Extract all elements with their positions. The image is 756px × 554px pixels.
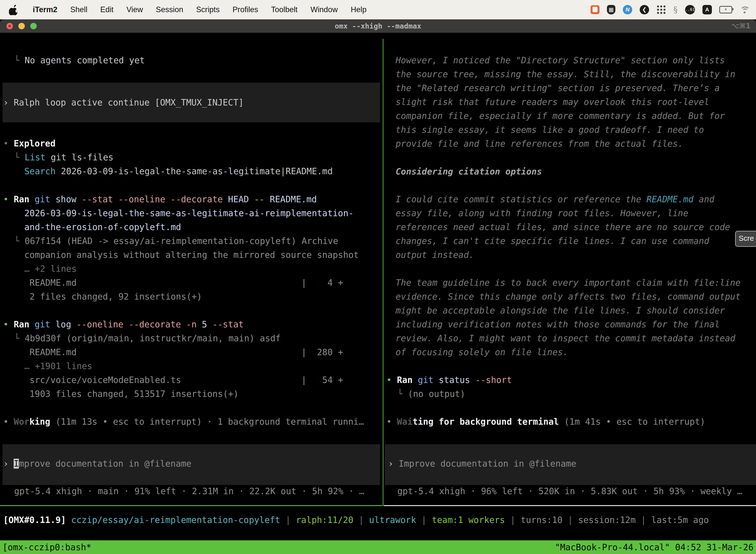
screen-edge-overlay[interactable]: Scre (735, 231, 756, 247)
menu-item-shell[interactable]: Shell (64, 5, 94, 14)
stats-icon[interactable]: § (674, 5, 678, 15)
menu-item-profiles[interactable]: Profiles (226, 5, 264, 14)
terminal-line: gpt-5.4 xhigh · 96% left · 520K in · 5.8… (397, 484, 742, 498)
iterm-window: omx --xhigh --madmax ⌥⌘1 └ No agents com… (0, 19, 756, 554)
tmux-status-bar: [omx-cczip0:bash* "MacBook-Pro-44.local"… (0, 540, 756, 554)
terminal-line: essay file, along with finding root file… (396, 206, 688, 220)
terminal-line: README.md | 280 + (24, 345, 343, 359)
pane-divider[interactable] (383, 39, 383, 505)
terminal-line: evidence. Since this change only affects… (396, 290, 741, 303)
terminal-line: output instead. (396, 248, 474, 262)
terminal-line: of focusing solely on file lines. (396, 345, 568, 359)
terminal-line: the source tree, missing the essay. Stil… (396, 67, 736, 81)
menu-item-edit[interactable]: Edit (94, 5, 120, 14)
window-title-bar[interactable]: omx --xhigh --madmax ⌥⌘1 (0, 19, 756, 33)
moon-circle-icon[interactable]: ❮ (640, 5, 649, 14)
terminal-line: review. Also, I might want to inspect th… (396, 331, 736, 345)
terminal-line: └ 067f154 (HEAD -> essay/ai-reimplementa… (14, 234, 338, 248)
terminal-line: Search 2026-03-09-is-legal-the-same-as-l… (24, 164, 333, 178)
left-pane-bottom-border (0, 505, 383, 506)
right-pane-bottom-border (383, 505, 756, 506)
terminal-line: src/voice/voiceModeEnabled.ts | 54 + (24, 373, 343, 387)
messages-badge-icon[interactable]: N (623, 5, 632, 14)
menu-item-iterm2[interactable]: iTerm2 (26, 5, 64, 14)
terminal-line: provide file and line references from th… (396, 137, 683, 151)
dots-grid-icon[interactable] (656, 5, 666, 14)
menu-item-help[interactable]: Help (344, 5, 373, 14)
terminal-line: • Ran git log --oneline --decorate -n 5 … (3, 318, 244, 331)
terminal-line: the "Related research writing" section i… (396, 81, 719, 95)
tmux-session-name: [omx-cczip0:bash* (2, 540, 91, 554)
terminal-line: • Waiting for background terminal (1m 41… (386, 415, 705, 429)
window-shortcut-badge: ⌥⌘1 (731, 19, 751, 33)
terminal-line: companion analysis without altering the … (24, 248, 359, 262)
wifi-icon[interactable] (740, 6, 750, 13)
text-cursor: I (14, 459, 19, 468)
terminal-content: └ No agents completed yet› Ralph loop ac… (0, 33, 756, 554)
terminal-line: • Explored (3, 136, 56, 151)
terminal-line: 2026-03-09-is-legal-the-same-as-legitima… (24, 206, 354, 220)
terminal-line: gpt-5.4 xhigh · main · 91% left · 2.31M … (14, 484, 364, 498)
window-title: omx --xhigh --madmax (0, 19, 756, 33)
menu-item-window[interactable]: Window (304, 5, 344, 14)
shield-grid-icon[interactable]: ▦ (607, 5, 615, 14)
terminal-line: … +2 lines (24, 262, 77, 276)
terminal-line: └ No agents completed yet (14, 53, 145, 67)
terminal-line: and-the-erosion-of-copyleft.md (24, 220, 181, 234)
screenshot-icon[interactable] (590, 5, 600, 14)
omx-status-line: [OMX#0.11.9] cczip/essay/ai-reimplementa… (3, 513, 709, 527)
omx-status-bar: [OMX#0.11.9] cczip/essay/ai-reimplementa… (0, 506, 756, 534)
terminal-line: README.md | 4 + (24, 276, 343, 290)
terminal-line: slight risk that future readers may over… (396, 95, 709, 109)
apple-icon[interactable] (9, 4, 19, 15)
terminal-line: I could cite commit statistics or refere… (396, 192, 714, 206)
terminal-line: companion file, especially if more comme… (396, 109, 725, 123)
input-source-icon[interactable]: A (702, 5, 712, 14)
menu-item-scripts[interactable]: Scripts (190, 5, 226, 14)
terminal-line: 1903 files changed, 513517 insertions(+) (24, 387, 239, 401)
terminal-line: • Working (11m 13s • esc to interrupt) ·… (3, 415, 364, 429)
menu-item-view[interactable]: View (120, 5, 149, 14)
terminal-line: references need actual files, and since … (396, 220, 730, 234)
terminal-line: changes, I can't cite specific file line… (396, 234, 709, 248)
terminal-line: • Ran git show --stat --oneline --decora… (3, 192, 317, 206)
terminal-line: › Improve documentation in @filename (3, 457, 191, 470)
terminal-line: • Ran git status --short (386, 373, 512, 387)
terminal-line: might be acceptable alongside the file l… (396, 303, 725, 318)
menu-item-session[interactable]: Session (149, 5, 189, 14)
tmux-host-clock: "MacBook-Pro-44.local" 04:52 31-Mar-26 (555, 540, 754, 554)
terminal-line: › Ralph loop active continue [OMX_TMUX_I… (3, 96, 244, 109)
terminal-line: └ 4b9d30f (origin/main, instructkr/main,… (14, 331, 281, 345)
battery-icon[interactable]: ⚡ (719, 6, 732, 13)
menu-bar: iTerm2ShellEditViewSessionScriptsProfile… (0, 0, 756, 19)
terminal-line: Considering citation options (396, 165, 542, 178)
menu-item-toolbelt[interactable]: Toolbelt (265, 5, 304, 14)
terminal-line: including verification notes with those … (396, 318, 719, 331)
terminal-line: └ (no output) (397, 387, 465, 401)
terminal-line: The team guideline is to back every impo… (396, 276, 741, 290)
desktop: iTerm2ShellEditViewSessionScriptsProfile… (0, 0, 756, 554)
menu-status-icons: ▦N❮§..61A⚡ (590, 5, 756, 15)
terminal-line: However, I noticed the "Directory Struct… (396, 53, 725, 67)
timer-61-icon[interactable]: ..61 (685, 5, 695, 14)
terminal-line: 2 files changed, 92 insertions(+) (24, 290, 202, 303)
terminal-line: › Improve documentation in @filename (388, 457, 576, 470)
terminal-line: … +1901 lines (24, 359, 92, 373)
menu-items: iTerm2ShellEditViewSessionScriptsProfile… (19, 5, 373, 14)
terminal-line: └ List git ls-files (14, 151, 113, 164)
terminal-line: this single essay, it seems like a good … (396, 123, 704, 137)
